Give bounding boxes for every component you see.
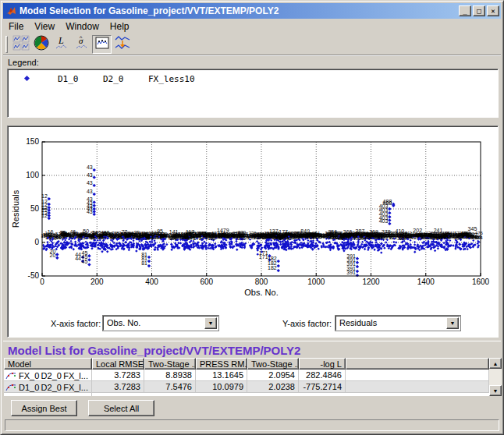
scroll-down-icon[interactable]: ▼	[489, 385, 502, 396]
value-cell: 3.7283	[92, 381, 144, 393]
svg-text:150: 150	[26, 137, 39, 146]
3d-multi-view-icon	[34, 35, 49, 54]
assign-best-button[interactable]: Assign Best	[11, 400, 77, 416]
svg-text:1200: 1200	[362, 278, 380, 286]
multi-plot-view-button[interactable]	[11, 35, 30, 54]
y-axis-factor-select[interactable]: Residuals ▼	[335, 316, 460, 331]
svg-text:46: 46	[69, 229, 76, 235]
svg-text:L: L	[58, 35, 64, 46]
residuals-scatter-plot[interactable]: 1026125427429441153222662664721243576935…	[11, 131, 492, 298]
3d-multi-view-button[interactable]	[31, 35, 51, 54]
table-row[interactable]: D1_0D2_0FX_l...3.72837.547610.09792.0238…	[4, 381, 502, 393]
svg-text:453: 453	[447, 233, 456, 238]
svg-text:226: 226	[236, 233, 245, 238]
svg-text:117: 117	[186, 229, 194, 235]
svg-text:16: 16	[48, 229, 54, 235]
svg-text:193: 193	[221, 233, 229, 238]
model-table-scrollbar[interactable]: ▲ ▼	[489, 358, 502, 396]
svg-text:1479: 1479	[217, 228, 229, 233]
svg-text:356: 356	[328, 229, 337, 235]
svg-text:600: 600	[200, 278, 213, 286]
y-axis-factor-dropdown-icon[interactable]: ▼	[446, 317, 459, 329]
value-cell: 2.0954	[247, 370, 299, 381]
status-bar	[5, 419, 499, 431]
column-header-filler	[346, 358, 489, 370]
residuals-view-icon	[114, 35, 131, 54]
svg-text:44: 44	[75, 256, 81, 261]
maximize-button[interactable]: □	[473, 5, 485, 16]
svg-text:20: 20	[50, 253, 56, 258]
legend-entry-d2_0: D2_0	[103, 74, 124, 84]
menu-view[interactable]: View	[29, 19, 60, 34]
svg-text:345: 345	[468, 226, 477, 232]
column-header-model[interactable]: Model	[4, 358, 92, 370]
y-axis-factor-label: Y-axis factor:	[282, 319, 332, 328]
log-likelihood-view-button[interactable]: L	[51, 35, 71, 54]
value-cell: 282.4846	[299, 370, 346, 381]
column-header-5[interactable]: -log L	[299, 358, 346, 370]
empty-cell	[346, 370, 489, 381]
residuals-view-button[interactable]	[112, 35, 132, 54]
svg-text:156: 156	[182, 235, 190, 239]
svg-text:Obs. No.: Obs. No.	[244, 288, 278, 297]
svg-text:387: 387	[356, 228, 365, 234]
svg-text:378: 378	[382, 229, 391, 235]
svg-text:488: 488	[383, 199, 392, 204]
model-icon	[5, 370, 19, 380]
menu-bar: FileViewWindowHelp	[3, 19, 501, 34]
svg-text:241: 241	[434, 228, 443, 233]
empty-cell	[346, 381, 489, 393]
menu-help[interactable]: Help	[105, 19, 135, 34]
svg-text:80: 80	[109, 234, 115, 239]
column-header-1[interactable]: Local RMSE	[92, 358, 144, 370]
tests-view-button[interactable]	[92, 35, 112, 54]
svg-text:95: 95	[157, 228, 163, 234]
svg-text:800: 800	[255, 278, 268, 286]
svg-text:-50: -50	[28, 271, 40, 280]
close-button[interactable]: ✕	[487, 5, 499, 16]
svg-text:77: 77	[121, 229, 127, 235]
svg-text:366: 366	[343, 229, 353, 235]
svg-text:25: 25	[59, 230, 66, 235]
svg-text:171: 171	[259, 254, 268, 260]
svg-text:99: 99	[131, 232, 137, 237]
model-name: D2_0	[41, 383, 64, 392]
value-cell: 8.8938	[144, 370, 196, 381]
multi-plot-view-icon	[12, 35, 30, 54]
column-header-4[interactable]: Two-Stage ...	[247, 358, 299, 370]
menu-window[interactable]: Window	[60, 19, 105, 34]
svg-text:50: 50	[30, 204, 40, 213]
select-all-button[interactable]: Select All	[88, 400, 154, 416]
svg-text:468: 468	[463, 232, 472, 237]
column-header-2[interactable]: Two-Stage ...	[144, 358, 196, 370]
svg-text:195: 195	[209, 234, 218, 239]
legend-entry-fx_less10: FX_less10	[148, 74, 195, 84]
svg-text:318: 318	[334, 235, 343, 239]
rmse-view-button[interactable]: σ^	[72, 35, 91, 54]
tests-view-icon	[94, 35, 110, 54]
svg-text:1600: 1600	[472, 278, 490, 286]
svg-text:43: 43	[87, 189, 93, 194]
svg-text:400: 400	[145, 278, 158, 286]
scroll-up-icon[interactable]: ▲	[489, 358, 502, 369]
title-bar[interactable]: Model Selection for Gasoline_project/VVT…	[3, 3, 501, 19]
x-axis-factor-dropdown-icon[interactable]: ▼	[204, 317, 217, 329]
svg-text:Residuals: Residuals	[11, 189, 20, 228]
menu-file[interactable]: File	[3, 19, 29, 34]
minimize-button[interactable]: _	[459, 5, 471, 16]
x-axis-factor-select[interactable]: Obs. No. ▼	[103, 316, 218, 331]
table-row[interactable]: FX_0D2_0FX_l...3.72838.893813.16452.0954…	[4, 370, 502, 381]
model-name: FX_l...	[63, 371, 88, 380]
model-cell: FX_0D2_0FX_l...	[4, 370, 92, 381]
value-cell: 7.5476	[144, 381, 196, 393]
svg-text:100: 100	[26, 171, 39, 179]
svg-text:50: 50	[83, 228, 89, 234]
svg-text:200: 200	[91, 278, 104, 286]
svg-text:431: 431	[432, 234, 441, 239]
svg-text:407: 407	[404, 234, 413, 239]
column-header-3[interactable]: PRESS RM...	[196, 358, 247, 370]
model-table: ModelLocal RMSETwo-Stage ...PRESS RM...T…	[4, 358, 502, 396]
svg-text:43: 43	[87, 196, 93, 202]
toolbar-grip[interactable]	[5, 36, 8, 53]
table-row-partial[interactable]	[4, 393, 502, 396]
